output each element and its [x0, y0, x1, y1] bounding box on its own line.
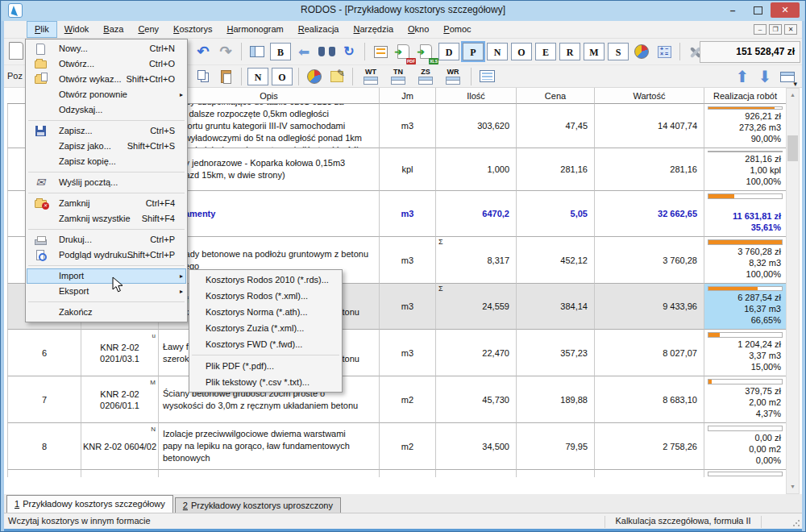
- file-menu-item[interactable]: Podgląd wydruku... Shift+Ctrl+P: [27, 247, 186, 263]
- menubar-item[interactable]: Plik: [27, 21, 57, 38]
- file-menu-item[interactable]: Zakończ: [27, 305, 186, 320]
- cost-chart-icon[interactable]: [304, 66, 325, 87]
- menubar-item[interactable]: Ceny: [131, 21, 166, 38]
- copy-icon[interactable]: [193, 66, 214, 87]
- import-submenu-item[interactable]: Plik PDF (*.pdf)...: [190, 358, 341, 374]
- maximize-button[interactable]: [746, 2, 769, 18]
- view-r-button[interactable]: R: [559, 43, 580, 60]
- file-menu-item[interactable]: Zapisz... Ctrl+S: [27, 123, 186, 139]
- move-down-icon[interactable]: ⬇: [754, 66, 775, 87]
- vertical-scrollbar[interactable]: ▲ ▼: [786, 88, 800, 494]
- column-header[interactable]: Cena: [517, 88, 595, 104]
- undo-icon[interactable]: ↶: [193, 41, 214, 62]
- open-list-icon: [33, 73, 48, 85]
- file-menu-item[interactable]: Odzyskaj...: [27, 102, 186, 118]
- view-b-button[interactable]: B: [270, 43, 291, 60]
- menubar-item[interactable]: Okno: [401, 21, 436, 38]
- view-s-button[interactable]: S: [608, 43, 629, 60]
- scroll-up-icon[interactable]: ▲: [787, 89, 799, 102]
- menubar-item[interactable]: Harmonogram: [219, 21, 290, 38]
- realization-cell: 0,00 zł0,00 m20,00%: [704, 423, 787, 470]
- search-binoculars-icon[interactable]: [316, 41, 337, 62]
- table-row[interactable]: 7 MKNR 2-02 0206/01.1 Ściany betonowe gr…: [7, 376, 787, 423]
- calculator-icon[interactable]: [654, 41, 675, 62]
- realization-line: 11 631,81 zł: [704, 210, 781, 222]
- move-up-icon[interactable]: ⬆: [732, 66, 753, 87]
- export-xls-icon[interactable]: XLS: [415, 41, 436, 62]
- import-submenu-item[interactable]: Kosztorys Rodos (*.xml)...: [190, 288, 341, 304]
- import-submenu-item[interactable]: Kosztorys Zuzia (*.xml)...: [190, 320, 341, 336]
- document-tab[interactable]: 1Przykładowy kosztorys szczegółowy: [6, 495, 173, 513]
- letter-o-button[interactable]: O: [272, 68, 293, 85]
- file-menu-item[interactable]: Otwórz ponownie ▸: [27, 87, 186, 102]
- zs-view-button[interactable]: ZS: [415, 66, 436, 87]
- table-row[interactable]: 6 uKNR 2-02 0201/03.1 Ławy fundamentowe …: [7, 330, 787, 376]
- refresh-icon[interactable]: ↻: [339, 41, 359, 62]
- view-e-button[interactable]: E: [535, 43, 556, 60]
- close-button[interactable]: [771, 2, 800, 18]
- wr-view-button[interactable]: WR: [442, 66, 463, 87]
- file-menu-item[interactable]: Zapisz kopię...: [27, 154, 186, 169]
- scrollbar-thumb[interactable]: [787, 135, 798, 161]
- status-bar: Wczytaj kosztorys w innym formacie Kalku…: [4, 513, 802, 529]
- import-submenu-item[interactable]: Kosztorys Norma (*.ath)...: [190, 304, 341, 320]
- view-n-button[interactable]: N: [487, 43, 508, 60]
- file-menu-item[interactable]: Nowy... Ctrl+N: [27, 41, 186, 56]
- child-restore-button[interactable]: ❐: [769, 24, 782, 35]
- file-menu-item[interactable]: Zamknij Ctrl+F4: [27, 196, 186, 211]
- quantity-cell: Σ24,559: [436, 284, 517, 330]
- tn-view-button[interactable]: TN: [388, 66, 409, 87]
- file-menu-item[interactable]: Drukuj... Ctrl+P: [27, 232, 186, 247]
- letter-n-button[interactable]: N: [247, 68, 268, 85]
- table-select-icon[interactable]: [777, 66, 798, 87]
- scroll-down-icon[interactable]: ▼: [787, 480, 799, 493]
- price-list-icon[interactable]: [370, 41, 391, 62]
- menubar-item[interactable]: Pomoc: [436, 21, 478, 38]
- resize-grip[interactable]: [792, 519, 800, 527]
- view-p-button[interactable]: P: [463, 43, 484, 60]
- notes-icon[interactable]: [326, 66, 347, 87]
- open-folder-icon: [33, 58, 48, 70]
- paste-icon[interactable]: [215, 66, 236, 87]
- import-submenu-item[interactable]: Kosztorys FWD (*.fwd)...: [190, 336, 341, 352]
- import-submenu-item[interactable]: Kosztorys Rodos 2010 (*.rds)...: [190, 272, 341, 288]
- value-cell: 8 683,10: [595, 376, 704, 423]
- file-menu-item[interactable]: Import ▸: [27, 268, 186, 284]
- menubar-item[interactable]: Realizacja: [291, 21, 347, 38]
- menubar-item[interactable]: Widok: [57, 21, 97, 38]
- document-tab[interactable]: 2Przykładowy kosztorys uproszczony: [175, 497, 341, 513]
- column-header[interactable]: Jm: [380, 88, 436, 104]
- export-pdf-icon[interactable]: PDF: [393, 41, 413, 62]
- redo-icon[interactable]: ↷: [215, 41, 236, 62]
- menubar-item[interactable]: Kosztorys: [166, 21, 219, 38]
- realization-progress-bar: [708, 106, 783, 110]
- menubar-item[interactable]: Baza: [96, 21, 131, 38]
- view-o-button[interactable]: O: [511, 43, 532, 60]
- import-submenu-item[interactable]: Plik tekstowy (*.csv *.txt)...: [190, 374, 341, 390]
- wt-view-button[interactable]: WT: [360, 66, 381, 87]
- view-d-button[interactable]: D: [438, 43, 459, 60]
- columns-view-icon[interactable]: [247, 41, 268, 62]
- positions-list-icon[interactable]: [476, 66, 497, 87]
- back-arrow-icon[interactable]: ⬅: [293, 41, 314, 62]
- file-menu-item[interactable]: Otwórz... Ctrl+O: [27, 56, 186, 72]
- new-document-icon[interactable]: [9, 42, 23, 60]
- file-menu-item[interactable]: Zamknij wszystkie Shift+F4: [27, 211, 186, 227]
- column-header[interactable]: Opis: [159, 88, 380, 104]
- view-m-button[interactable]: M: [584, 43, 604, 60]
- column-header[interactable]: Wartość: [595, 88, 704, 104]
- toolbar-separator: [471, 68, 472, 85]
- menubar-item[interactable]: Narzędzia: [347, 21, 401, 38]
- description-cell: Koszty jednorazowe - Koparka kołowa 0,15…: [159, 148, 380, 191]
- minimize-button[interactable]: [721, 2, 745, 18]
- file-menu-item[interactable]: Eksport ▸: [27, 284, 186, 299]
- chart-pie-icon[interactable]: [631, 41, 652, 62]
- column-header[interactable]: Realizacja robót: [704, 88, 787, 104]
- child-minimize-button[interactable]: –: [754, 24, 767, 35]
- file-menu-item[interactable]: Wyślij pocztą...: [27, 175, 186, 190]
- table-row[interactable]: 8 NKNR 2-02 0604/02 Izolacje przeciwwilg…: [7, 423, 787, 470]
- file-menu-item[interactable]: Otwórz wykaz... Shift+Ctrl+O: [27, 72, 186, 87]
- child-close-button[interactable]: ✕: [784, 24, 797, 35]
- file-menu-item[interactable]: Zapisz jako... Shift+Ctrl+S: [27, 139, 186, 154]
- column-header[interactable]: Ilość: [436, 88, 517, 104]
